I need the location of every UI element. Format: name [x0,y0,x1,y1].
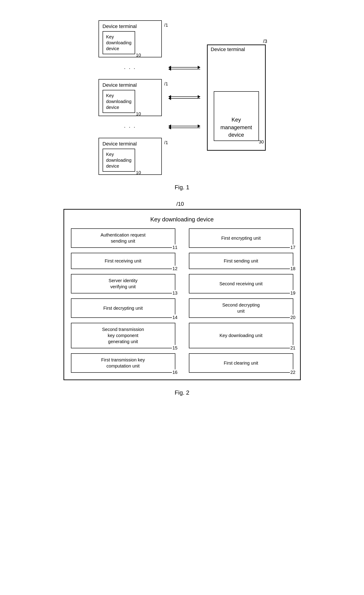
unit-first-receiving: First receiving unit 12 [71,253,175,269]
unit-first-decrypting: First decrypting unit 14 [71,298,175,318]
right-box-device-terminal-label: Device terminal [211,47,245,52]
arrow-bottom-3 [169,128,200,128]
key-downloading-device-1-label: Keydownloadingdevice [106,34,131,51]
fig2-unit-grid: Authentication requestsending unit 11 Fi… [71,228,293,373]
unit-auth-request-sending-label: Authentication requestsending unit [100,232,145,244]
right-box-ref: /3 [263,38,267,44]
unit-first-sending-label: First sending unit [224,258,258,264]
ref-10-1: 10 [136,53,141,58]
dotted-separator-2: · · · [99,123,162,131]
unit-first-sending-ref: 18 [290,266,296,272]
unit-key-downloading-ref: 21 [290,345,296,351]
unit-second-receiving-label: Second receiving unit [219,281,263,287]
unit-server-identity-label: Server identityverifying unit [109,278,138,290]
unit-first-transmission-key-comp-label: First transmission keycomputation unit [101,357,145,369]
unit-second-transmission-key-comp-label: Second transmissionkey componentgenerati… [102,326,144,345]
right-inner-ref: 30 [259,139,264,145]
unit-auth-ref: 11 [172,244,178,250]
unit-first-receiving-ref: 12 [172,266,178,272]
unit-first-transmission-key-comp-ref: 16 [172,369,178,375]
unit-first-encrypting-ref: 17 [290,244,296,250]
arrow-row-3 [169,116,200,138]
fig1-section: Device terminal Keydownloadingdevice 10 … [18,14,346,191]
unit-auth-request-sending: Authentication requestsending unit 11 [71,228,175,248]
double-arrow-3 [169,126,200,128]
arrow-top-1 [169,67,200,68]
fig1-caption: Fig. 1 [175,184,189,191]
unit-second-decrypting-ref: 20 [290,314,296,320]
page-container: Device terminal Keydownloadingdevice 10 … [0,0,364,428]
key-downloading-device-3-label: Keydownloadingdevice [106,151,131,169]
ref-10-2: 10 [136,111,141,117]
unit-key-downloading: Key downloading unit 21 [189,323,293,348]
ref-10-3: 10 [136,170,141,175]
fig2-title: Key downloading device [71,214,293,223]
unit-first-clearing: First clearing unit 22 [189,353,293,373]
unit-first-transmission-key-comp: First transmission keycomputation unit 1… [71,353,175,373]
fig1-left-column: Device terminal Keydownloadingdevice 10 … [99,20,162,175]
unit-first-decrypting-label: First decrypting unit [103,305,143,311]
unit-second-receiving: Second receiving unit 19 [189,274,293,293]
device-terminal-1: Device terminal Keydownloadingdevice 10 … [99,20,162,57]
device-terminal-3-label: Device terminal [103,141,158,147]
fig1-right-box: Device terminal 30 Keymanagementdevice /… [207,44,266,151]
fig2-outer-box: Key downloading device Authentication re… [64,209,301,380]
key-downloading-device-3: Keydownloadingdevice 10 [103,149,135,172]
arrow-row-2 [169,86,200,109]
fig1-right-label: Keymanagementdevice [208,116,265,139]
ref-slash-2: /1 [164,81,168,86]
fig2-outer-ref: /10 [177,201,184,207]
unit-second-receiving-ref: 19 [290,290,296,296]
key-downloading-device-2-label: Keydownloadingdevice [106,93,131,110]
unit-first-decrypting-ref: 14 [172,314,178,320]
unit-server-identity: Server identityverifying unit 13 [71,274,175,293]
unit-first-sending: First sending unit 18 [189,253,293,269]
device-terminal-1-label: Device terminal [103,23,158,29]
arrow-row-1 [169,57,200,79]
device-terminal-2: Device terminal Keydownloadingdevice 10 … [99,79,162,116]
dotted-separator: · · · [99,64,162,72]
fig2-caption: Fig. 2 [175,389,189,396]
unit-server-identity-ref: 13 [172,290,178,296]
unit-second-transmission-key-comp-ref: 15 [172,345,178,351]
unit-second-decrypting-label: Second decryptingunit [222,302,260,314]
unit-first-encrypting-label: First encrypting unit [221,235,261,241]
key-downloading-device-2: Keydownloadingdevice 10 [103,90,135,113]
unit-first-receiving-label: First receiving unit [105,258,141,264]
arrow-bottom-1 [169,69,200,69]
unit-second-transmission-key-comp: Second transmissionkey componentgenerati… [71,323,175,348]
fig1-arrows [169,57,200,138]
unit-first-clearing-label: First clearing unit [224,360,258,366]
arrow-bottom-2 [169,98,200,99]
unit-first-encrypting: First encrypting unit 17 [189,228,293,248]
double-arrow-2 [169,96,200,99]
unit-key-downloading-label: Key downloading unit [219,333,262,339]
key-downloading-device-1: Keydownloadingdevice 10 [103,31,135,54]
device-terminal-3: Device terminal Keydownloadingdevice 10 … [99,138,162,175]
device-terminal-2-label: Device terminal [103,82,158,88]
fig1-diagram: Device terminal Keydownloadingdevice 10 … [80,20,284,175]
ref-slash-1: /1 [164,23,168,28]
arrow-top-2 [169,96,200,97]
fig2-section: /10 Key downloading device Authenticatio… [18,209,346,396]
arrow-top-3 [169,126,200,126]
double-arrow-1 [169,67,200,69]
unit-first-clearing-ref: 22 [290,369,296,375]
ref-slash-3: /1 [164,140,168,145]
unit-second-decrypting: Second decryptingunit 20 [189,298,293,318]
